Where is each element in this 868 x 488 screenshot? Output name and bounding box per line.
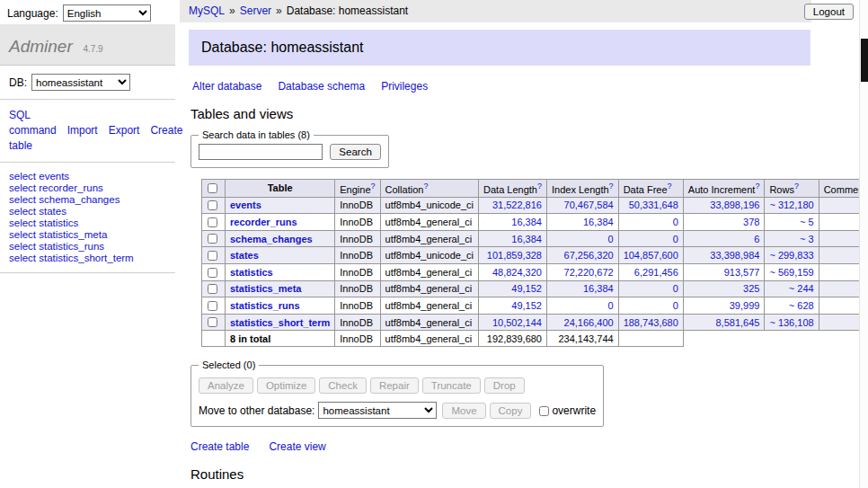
rows-count-link[interactable]: ~ 136,108 [769,317,813,328]
row-checkbox[interactable] [208,284,217,294]
row-checkbox[interactable] [208,234,217,244]
index-length-link[interactable]: 0 [608,234,614,244]
row-checkbox[interactable] [208,317,217,327]
rows-count-link-cell: ~ 299,833 [765,247,819,264]
data-free-link[interactable]: 50,331,648 [629,200,678,210]
search-input[interactable] [199,144,323,160]
table-name-link[interactable]: statistics [230,267,273,278]
rows-count-link[interactable]: ~ 628 [789,300,814,311]
sidebar-link-export[interactable]: Export [109,124,140,137]
index-length-link[interactable]: 72,220,672 [564,267,614,278]
auto-increment-link[interactable]: 39,999 [730,300,760,311]
sidebar-item-recorder_runs[interactable]: select recorder_runs [9,182,166,194]
help-marker-icon[interactable]: ? [371,182,376,191]
data-length-link[interactable]: 10,502,144 [492,317,542,328]
sidebar-item-statistics_runs[interactable]: select statistics_runs [9,241,166,253]
index-length-link[interactable]: 24,166,400 [564,317,614,328]
data-length-link[interactable]: 49,152 [511,300,542,311]
rows-count-link[interactable]: ~ 569,159 [769,267,813,278]
sidebar-item-states[interactable]: select states [9,206,166,217]
rows-count-link[interactable]: ~ 3 [800,234,814,244]
check-button[interactable]: Check [319,377,367,394]
scrollbar-thumb[interactable] [861,39,868,82]
sidebar-item-statistics[interactable]: select statistics [9,217,166,229]
breadcrumb-link-server[interactable]: Server [240,4,271,17]
data-free-link[interactable]: 0 [673,234,678,244]
row-checkbox[interactable] [208,217,217,227]
row-checkbox[interactable] [208,251,217,261]
table-name-link[interactable]: events [230,200,261,210]
help-marker-icon[interactable]: ? [668,182,672,191]
logout-button[interactable]: Logout [804,4,854,20]
help-marker-icon[interactable]: ? [537,182,542,191]
data-free-link[interactable]: 104,857,600 [624,250,678,261]
create-table-link[interactable]: Create table [190,440,249,453]
auto-increment-link[interactable]: 913,577 [724,267,760,278]
rows-count-link[interactable]: ~ 312,180 [769,200,813,210]
auto-increment-link[interactable]: 378 [743,217,759,227]
index-length-link[interactable]: 67,256,320 [564,250,614,261]
index-length-link[interactable]: 0 [608,300,614,311]
data-free-link[interactable]: 0 [673,300,678,311]
overwrite-checkbox[interactable] [539,406,549,416]
index-length-link[interactable]: 16,384 [583,217,614,227]
help-marker-icon[interactable]: ? [755,182,759,191]
auto-increment-link[interactable]: 325 [743,283,759,294]
search-button[interactable]: Search [330,144,380,160]
data-free-link[interactable]: 0 [673,217,678,227]
privileges-link[interactable]: Privileges [381,80,428,93]
data-free-link[interactable]: 0 [673,283,678,294]
database-schema-link[interactable]: Database schema [278,80,365,93]
sidebar-item-events[interactable]: select events [9,171,166,182]
auto-increment-link[interactable]: 33,898,196 [710,200,759,210]
auto-increment-link[interactable]: 8,581,645 [715,317,759,328]
table-name-link[interactable]: schema_changes [230,234,313,244]
auto-increment-link[interactable]: 33,398,984 [710,250,759,261]
rows-count-link[interactable]: ~ 5 [800,217,814,227]
data-length-link[interactable]: 16,384 [511,234,542,244]
auto-increment-link[interactable]: 6 [754,234,759,244]
alter-database-link[interactable]: Alter database [192,80,261,93]
rows-count-link[interactable]: ~ 244 [789,283,814,294]
create-view-link[interactable]: Create view [269,440,325,453]
data-length-link[interactable]: 49,152 [511,283,542,294]
table-name-link[interactable]: statistics_short_term [230,317,330,328]
data-free-link[interactable]: 6,291,456 [634,267,678,278]
sidebar-item-statistics_meta[interactable]: select statistics_meta [9,229,166,241]
help-marker-icon[interactable]: ? [423,182,428,191]
table-name-link[interactable]: states [230,250,259,261]
index-length-link[interactable]: 16,384 [583,283,614,294]
table-name-link[interactable]: statistics_meta [230,283,302,294]
help-marker-icon[interactable]: ? [609,182,614,191]
truncate-button[interactable]: Truncate [422,377,481,394]
data-length-link[interactable]: 31,522,816 [492,200,542,210]
table-name-link[interactable]: statistics_runs [230,300,300,311]
row-checkbox[interactable] [208,200,217,210]
db-select[interactable]: homeassistant [31,74,130,91]
sidebar-item-schema_changes[interactable]: select schema_changes [9,194,166,206]
rows-count-link[interactable]: ~ 299,833 [769,250,813,261]
drop-button[interactable]: Drop [484,377,525,394]
index-length-link[interactable]: 70,467,584 [564,200,614,210]
breadcrumb-link-mysql[interactable]: MySQL [189,4,225,17]
sidebar-link-import[interactable]: Import [67,124,98,137]
scrollbar[interactable] [859,0,868,488]
sidebar-link-sql-command[interactable]: SQL command [9,109,57,137]
copy-button[interactable]: Copy [490,403,532,419]
data-length-link[interactable]: 16,384 [511,217,542,227]
language-select[interactable]: English [63,4,151,22]
select-all-checkbox[interactable] [208,183,217,193]
sidebar-item-statistics_short_term[interactable]: select statistics_short_term [9,253,166,264]
row-checkbox[interactable] [208,268,217,278]
analyze-button[interactable]: Analyze [199,377,253,394]
data-length-link[interactable]: 101,859,328 [487,250,542,261]
optimize-button[interactable]: Optimize [257,377,315,394]
data-free-link[interactable]: 188,743,680 [624,317,678,328]
help-marker-icon[interactable]: ? [794,182,799,191]
move-db-select[interactable]: homeassistant [318,402,437,419]
move-button[interactable]: Move [442,403,485,419]
data-length-link[interactable]: 48,824,320 [492,267,542,278]
row-checkbox[interactable] [208,301,217,311]
table-name-link[interactable]: recorder_runs [230,217,297,227]
repair-button[interactable]: Repair [370,377,419,394]
